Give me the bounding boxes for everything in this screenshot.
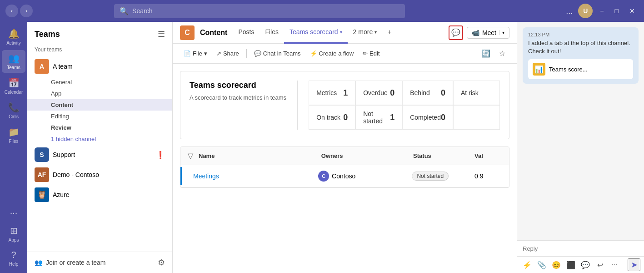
nav-back-button[interactable]: ‹ [5,5,18,17]
chat-icon-button[interactable]: 💬 [449,25,463,40]
hidden-channel[interactable]: 1 hidden channel [27,133,172,145]
tab-more-dropdown[interactable]: ▾ [374,30,377,35]
metric-at-risk-label: At risk [461,89,479,96]
sidebar-item-activity[interactable]: 🔔 Activity [2,25,25,48]
scorecard-title: Teams scorecard [190,81,286,90]
search-input[interactable] [132,7,399,15]
more-options-button[interactable]: ... [564,5,574,18]
message-card-text: Teams score... [549,66,588,73]
avatar[interactable]: U [578,4,593,18]
settings-icon[interactable]: ⚙ [158,258,165,268]
minimize-button[interactable]: − [596,5,607,16]
edit-button[interactable]: ✏ Edit [359,48,383,59]
left-rail: 🔔 Activity 👥 Teams 📅 Calendar 📞 Calls 📁 … [0,22,27,273]
metric-overdue-label: Overdue [363,89,388,96]
sidebar-item-help[interactable]: ? Help [2,247,25,269]
metric-completed-value: 0 [441,113,445,122]
reply-input[interactable] [523,245,639,252]
col-header-owners: Owners [321,152,413,159]
scorecard-info: Teams scorecard A scorecard to track met… [190,81,286,130]
table-area: ▽ Name Owners Status Val Meetings C Cont… [180,147,509,188]
chat-tool-sticker[interactable]: 💬 [579,258,592,271]
sidebar-item-files[interactable]: 📁 Files [2,124,25,147]
chat-tool-schedule[interactable]: ↩ [594,258,606,271]
sidebar-item-apps[interactable]: ⊞ Apps [2,222,25,245]
chat-send-button[interactable]: ➤ [628,258,640,271]
message-card[interactable]: 📊 Teams score... [528,59,633,79]
chat-teams-icon: 💬 [254,50,261,57]
app-body: 🔔 Activity 👥 Teams 📅 Calendar 📞 Calls 📁 … [0,22,644,273]
help-label: Help [9,262,19,267]
filter-icon[interactable]: ▽ [188,152,193,160]
share-button[interactable]: ↗ Share [213,48,243,59]
apps-label: Apps [9,238,19,243]
channel-editing[interactable]: Editing [27,111,172,122]
channel-app[interactable]: App [27,88,172,99]
tab-add[interactable]: + [382,22,397,44]
team-item-azure[interactable]: 🦉 Azure ··· [27,185,172,205]
close-button[interactable]: ✕ [626,5,639,16]
metric-not-started: Not started 1 [355,105,402,130]
chat-tool-more[interactable]: ··· [608,258,621,271]
team-item-support[interactable]: S Support ··· ❗ [27,145,172,165]
team-item-demo-contoso[interactable]: AF Demo - Contoso ··· [27,165,172,185]
team-avatar-support: S [35,147,49,162]
sidebar-item-teams[interactable]: 👥 Teams [2,50,25,73]
sidebar-item-more[interactable]: ··· [2,205,25,221]
meet-dropdown-arrow[interactable]: ▾ [499,30,504,35]
tab-scorecard-dropdown[interactable]: ▾ [340,30,342,35]
col-header-val: Val [474,152,502,159]
refresh-button[interactable]: 🔄 [479,46,493,61]
toolbar-divider [246,49,247,58]
metric-on-track-value: 0 [343,113,348,122]
metric-completed-label: Completed [410,114,441,121]
tab-files[interactable]: Files [260,22,284,44]
scorecard-area: Teams scorecard A scorecard to track met… [173,64,517,273]
chat-tool-attach[interactable]: 📎 [535,258,548,271]
tab-teams-scorecard[interactable]: Teams scorecard ▾ [284,22,348,44]
maximize-button[interactable]: □ [611,5,622,16]
favorite-button[interactable]: ☆ [495,46,509,61]
more-icon: ··· [10,207,18,218]
calls-label: Calls [9,114,19,119]
sidebar-item-calendar[interactable]: 📅 Calendar [2,75,25,97]
file-button[interactable]: 📄 File ▾ [180,48,211,59]
channel-review[interactable]: Review [27,122,172,133]
chat-tool-emoji[interactable]: 😊 [550,258,563,271]
channel-general[interactable]: General [27,76,172,88]
tab-more[interactable]: 2 more ▾ [348,22,383,44]
chat-in-teams-button[interactable]: 💬 Chat in Teams [250,48,305,59]
table-header: ▽ Name Owners Status Val [180,147,509,165]
file-dropdown-icon: ▾ [204,50,207,57]
metric-at-risk: At risk [453,81,500,105]
scorecard-description: A scorecard to track metrics in teams [190,94,286,102]
sidebar-item-calls[interactable]: 📞 Calls [2,99,25,122]
tab-posts[interactable]: Posts [233,22,260,44]
row-name-meetings[interactable]: Meetings [188,172,318,180]
title-bar: ‹ › 🔍 ... U − □ ✕ [0,0,644,22]
channel-content[interactable]: Content [27,99,172,111]
your-teams-label: Your teams [27,43,172,56]
flow-icon: ⚡ [310,50,317,57]
join-create-team-button[interactable]: 👥 Join or create a team [35,259,106,266]
chat-in-teams-label: Chat in Teams [263,50,301,57]
file-label: File [193,50,202,57]
meet-button[interactable]: 📹 Meet ▾ [467,27,509,39]
metric-completed: Completed 0 [402,105,453,130]
metric-not-started-label: Not started [363,110,390,125]
calendar-label: Calendar [5,90,23,95]
nav-forward-button[interactable]: › [20,5,33,17]
share-label: Share [223,50,239,57]
meet-label: Meet [482,29,496,36]
chat-tool-lightning[interactable]: ⚡ [521,258,534,271]
metric-on-track: On track 0 [309,105,355,130]
sidebar-menu-button[interactable]: ☰ [158,29,165,39]
file-icon: 📄 [184,50,191,57]
help-icon: ? [11,250,16,260]
team-item-a-team[interactable]: A A team ··· [27,56,172,76]
join-team-label: Join or create a team [46,259,106,266]
chat-tool-gif[interactable]: ⬛ [564,258,577,271]
create-flow-button[interactable]: ⚡ Create a flow [306,48,358,59]
message-time: 12:13 PM [528,32,633,37]
right-panel: 12:13 PM I added a tab at the top of thi… [517,22,644,273]
